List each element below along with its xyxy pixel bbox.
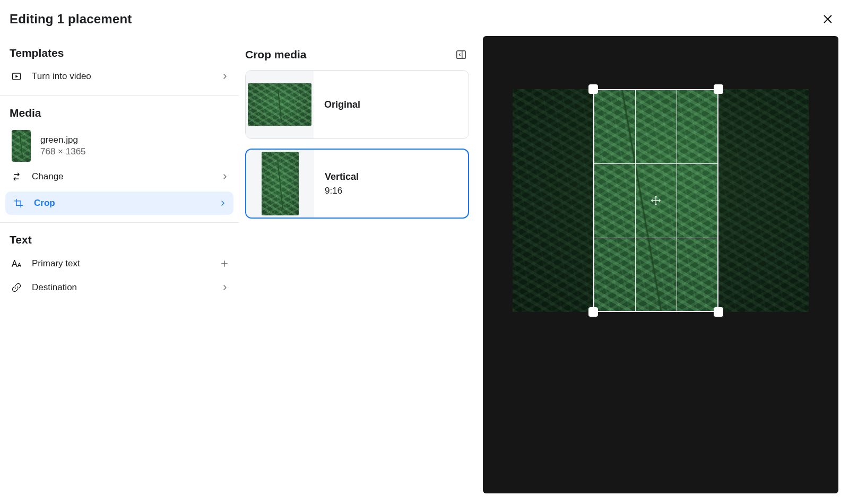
chevron-right-icon xyxy=(221,283,229,292)
section-title-text: Text xyxy=(0,223,239,251)
crop-media-title: Crop media xyxy=(245,48,307,61)
crop-option-original[interactable]: Original xyxy=(245,70,469,139)
text-primary-text[interactable]: Primary text xyxy=(0,251,239,276)
preview-stage xyxy=(483,36,838,493)
crop-gridline xyxy=(635,89,636,312)
media-file-name: green.jpg xyxy=(40,135,86,145)
fern-thumbnail xyxy=(262,152,299,215)
chevron-right-icon xyxy=(221,72,229,81)
row-label: Turn into video xyxy=(32,71,212,82)
crop-handle-bottom-left[interactable] xyxy=(588,307,598,317)
section-title-templates: Templates xyxy=(0,36,239,65)
plus-icon xyxy=(220,259,229,268)
row-label: Change xyxy=(32,171,212,182)
crop-rectangle[interactable] xyxy=(593,89,718,312)
crop-option-ratio: 9:16 xyxy=(325,186,359,196)
close-button[interactable] xyxy=(818,10,837,29)
chevron-right-icon xyxy=(219,199,227,207)
sidebar: Templates Turn into video Media green.jp… xyxy=(0,36,239,504)
templates-turn-into-video[interactable]: Turn into video xyxy=(0,65,239,88)
media-thumbnail xyxy=(12,130,31,162)
link-icon xyxy=(10,282,23,293)
media-meta: green.jpg 768 × 1365 xyxy=(40,135,86,157)
crop-panel-toggle[interactable] xyxy=(453,47,469,63)
swap-icon xyxy=(10,171,23,182)
dialog-title: Editing 1 placement xyxy=(10,12,132,27)
close-icon xyxy=(822,13,834,25)
crop-icon xyxy=(12,198,25,208)
text-icon xyxy=(10,258,23,270)
preview-pane xyxy=(472,36,849,504)
media-crop[interactable]: Crop xyxy=(5,192,233,215)
fern-thumbnail xyxy=(248,83,311,126)
crop-thumb xyxy=(246,150,314,218)
crop-option-vertical[interactable]: Vertical 9:16 xyxy=(245,149,469,219)
crop-gridline xyxy=(677,89,677,312)
row-label: Destination xyxy=(32,282,212,293)
video-icon xyxy=(10,71,23,82)
text-destination[interactable]: Destination xyxy=(0,276,239,299)
crop-handle-bottom-right[interactable] xyxy=(714,307,723,317)
move-icon xyxy=(650,195,662,206)
media-change[interactable]: Change xyxy=(0,165,239,188)
section-title-media: Media xyxy=(0,96,239,125)
row-label: Primary text xyxy=(32,258,211,269)
crop-handle-top-left[interactable] xyxy=(588,84,598,94)
crop-media-panel: Crop media Original Vertical xyxy=(239,36,472,504)
media-file-dimensions: 768 × 1365 xyxy=(40,146,86,157)
edit-placement-dialog: Editing 1 placement Templates Turn into … xyxy=(0,0,849,504)
crop-move-indicator[interactable] xyxy=(650,195,662,206)
panel-collapse-icon xyxy=(455,49,467,60)
dialog-header: Editing 1 placement xyxy=(0,0,849,40)
crop-handle-top-right[interactable] xyxy=(714,84,723,94)
crop-option-name: Vertical xyxy=(325,171,359,183)
row-label: Crop xyxy=(34,198,210,208)
svg-rect-1 xyxy=(457,51,466,59)
crop-gridline xyxy=(593,238,718,238)
chevron-right-icon xyxy=(221,172,229,181)
crop-thumb xyxy=(246,71,314,138)
crop-gridline xyxy=(593,163,718,164)
media-file[interactable]: green.jpg 768 × 1365 xyxy=(0,125,239,165)
crop-option-name: Original xyxy=(324,99,360,110)
